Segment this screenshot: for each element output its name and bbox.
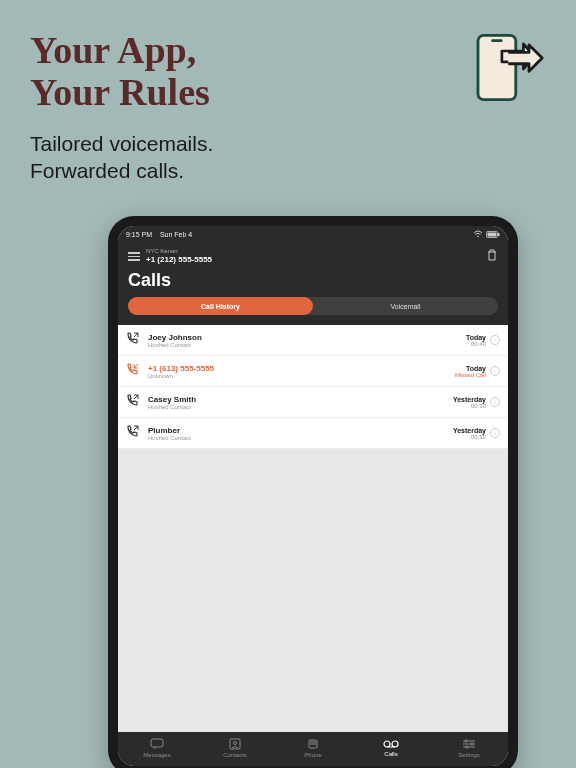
tab-voicemail[interactable]: Voicemail (313, 297, 498, 315)
battery-icon (486, 231, 500, 238)
call-duration: 00:30 (453, 403, 486, 409)
call-date: Today (455, 365, 486, 372)
call-name: +1 (613) 555-5555 (148, 364, 447, 373)
call-name: Plumber (148, 426, 445, 435)
info-icon[interactable]: i (490, 428, 500, 438)
hero-subtitle: Tailored voicemails. Forwarded calls. (30, 130, 546, 185)
svg-rect-4 (488, 232, 497, 236)
account-info[interactable]: NYC Kenan +1 (212) 555-5555 (146, 248, 212, 265)
call-list: Joey Johnson Hushed Contact Today 00:40 … (118, 325, 508, 449)
outgoing-call-icon (126, 331, 140, 349)
call-row[interactable]: Plumber Hushed Contact Yesterday 00:30 i (118, 418, 508, 449)
svg-point-12 (315, 742, 316, 743)
page-title: Calls (128, 270, 498, 291)
account-label: NYC Kenan (146, 248, 212, 255)
call-row[interactable]: Casey Smith Hushed Contact Yesterday 00:… (118, 387, 508, 418)
account-number: +1 (212) 555-5555 (146, 255, 212, 265)
nav-messages[interactable]: Messages (118, 738, 196, 758)
tab-call-history[interactable]: Call History (128, 297, 313, 315)
nav-phone[interactable]: Phone (274, 738, 352, 758)
bottom-nav: Messages Contacts Phone Calls Settings (118, 732, 508, 766)
call-row[interactable]: +1 (613) 555-5555 Unknown Today Missed C… (118, 356, 508, 387)
call-sub: Hushed Contact (148, 435, 445, 441)
call-date: Yesterday (453, 427, 486, 434)
missed-call-icon (126, 362, 140, 380)
hero-title-line2: Your Rules (30, 71, 210, 113)
status-bar: 9:15 PM Sun Feb 4 (118, 226, 508, 242)
svg-point-23 (471, 743, 473, 745)
nav-calls[interactable]: Calls (352, 739, 430, 757)
tablet-screen: 9:15 PM Sun Feb 4 NYC Kenan +1 (212) 555… (118, 226, 508, 766)
status-time: 9:15 PM (126, 231, 152, 238)
call-sub: Hushed Contact (148, 342, 458, 348)
call-duration: 00:40 (466, 341, 486, 347)
svg-point-22 (465, 740, 467, 742)
tablet-frame: 9:15 PM Sun Feb 4 NYC Kenan +1 (212) 555… (108, 216, 518, 768)
outgoing-call-icon (126, 393, 140, 411)
phone-forward-icon (461, 26, 546, 115)
svg-point-13 (311, 744, 312, 745)
status-left: 9:15 PM Sun Feb 4 (126, 231, 192, 238)
call-name: Casey Smith (148, 395, 445, 404)
contacts-icon (229, 738, 241, 750)
status-date: Sun Feb 4 (160, 231, 192, 238)
call-name: Joey Johnson (148, 333, 458, 342)
svg-rect-5 (498, 233, 500, 236)
hero-title-line1: Your App, (30, 29, 196, 71)
info-icon[interactable]: i (490, 335, 500, 345)
call-sub: Hushed Contact (148, 404, 445, 410)
nav-label: Settings (458, 752, 480, 758)
trash-icon[interactable] (486, 248, 498, 266)
svg-point-17 (392, 741, 398, 747)
nav-settings[interactable]: Settings (430, 738, 508, 758)
svg-point-16 (384, 741, 390, 747)
call-row[interactable]: Joey Johnson Hushed Contact Today 00:40 … (118, 325, 508, 356)
outgoing-call-icon (126, 424, 140, 442)
call-duration: Missed Call (455, 372, 486, 378)
phone-icon (307, 738, 319, 750)
nav-label: Calls (384, 751, 397, 757)
svg-point-10 (311, 742, 312, 743)
info-icon[interactable]: i (490, 366, 500, 376)
svg-rect-0 (478, 35, 516, 99)
call-date: Today (466, 334, 486, 341)
nav-contacts[interactable]: Contacts (196, 738, 274, 758)
hero-sub-line1: Tailored voicemails. (30, 132, 213, 155)
svg-point-2 (477, 236, 479, 238)
call-sub: Unknown (148, 373, 447, 379)
tab-bar: Call History Voicemail (128, 297, 498, 315)
nav-label: Messages (143, 752, 170, 758)
app-header: NYC Kenan +1 (212) 555-5555 Calls Call H… (118, 242, 508, 325)
hero-section: Your App, Your Rules Tailored voicemails… (0, 0, 576, 204)
call-duration: 00:30 (453, 434, 486, 440)
svg-point-8 (234, 742, 237, 745)
settings-icon (462, 738, 476, 750)
voicemail-icon (383, 739, 399, 749)
svg-rect-6 (151, 739, 163, 747)
wifi-icon (473, 230, 483, 238)
svg-rect-1 (491, 39, 502, 42)
messages-icon (150, 738, 164, 750)
empty-area (118, 449, 508, 732)
svg-point-14 (313, 744, 314, 745)
nav-label: Phone (304, 752, 321, 758)
nav-label: Contacts (223, 752, 247, 758)
svg-point-15 (315, 744, 316, 745)
svg-point-11 (313, 742, 314, 743)
info-icon[interactable]: i (490, 397, 500, 407)
hamburger-menu-icon[interactable] (128, 252, 140, 261)
hero-sub-line2: Forwarded calls. (30, 159, 184, 182)
call-date: Yesterday (453, 396, 486, 403)
svg-point-24 (466, 746, 468, 748)
status-right (473, 230, 500, 238)
